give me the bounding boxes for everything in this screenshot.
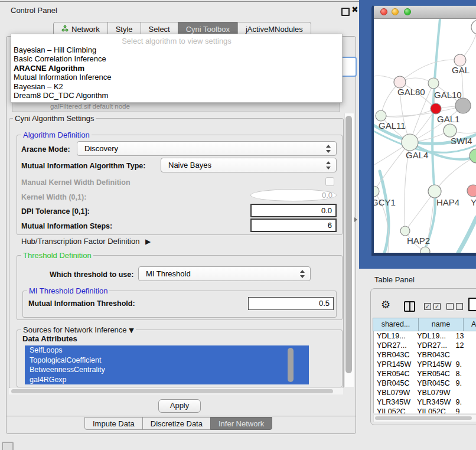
unchecked-box-icon	[456, 303, 463, 310]
table-cell: YDR27...	[413, 341, 453, 350]
settings-hscroll-track[interactable]	[9, 388, 343, 394]
table-row[interactable]: YER054CYER054C8.	[374, 369, 476, 379]
tabpane-divider	[6, 416, 356, 416]
network-node[interactable]	[420, 247, 430, 253]
minimize-light-icon[interactable]	[392, 8, 399, 15]
network-node-gcy1[interactable]	[374, 186, 379, 197]
column-header[interactable]: name	[418, 318, 464, 331]
network-node-gal[interactable]	[454, 54, 466, 66]
mi-steps-label: Mutual Information Steps:	[21, 222, 112, 230]
network-node-gal80[interactable]	[394, 76, 406, 88]
table-row[interactable]: YBL079WYBL079W	[374, 388, 476, 397]
network-window-titlebar[interactable]	[374, 6, 476, 19]
window-top-border	[0, 1, 359, 2]
table-cell: YPR145W	[374, 360, 413, 369]
gear-icon[interactable]: ⚙	[381, 298, 390, 311]
table-row[interactable]: YPR145WYPR145W9.	[374, 360, 476, 369]
tab-label: Cyni Toolbox	[186, 25, 230, 34]
attribute-list-item[interactable]: SelfLoops	[25, 345, 309, 356]
table-cell: YLR345W	[374, 397, 413, 407]
attribute-list-item[interactable]: TopologicalCoefficient	[25, 356, 309, 366]
sources-group-title[interactable]: Sources for Network Inference ▼	[21, 325, 136, 334]
manual-kernel-checkbox[interactable]	[325, 177, 334, 186]
table-row[interactable]: YBR043CYBR043C	[374, 350, 476, 360]
table-hscroll-thumb[interactable]	[375, 416, 472, 420]
hub-definition-toggle[interactable]: Hub/Transcription Factor Definition ▶	[21, 237, 151, 246]
network-node[interactable]	[470, 149, 476, 163]
mi-type-combo[interactable]: Naive Bayes	[161, 158, 337, 172]
network-node-gal1[interactable]	[431, 103, 441, 114]
table-cell: YDR27...	[374, 341, 413, 350]
network-node-hap2[interactable]	[400, 226, 410, 236]
table-cell: 9.	[454, 379, 476, 388]
settings-hscroll-thumb[interactable]	[11, 389, 333, 393]
zoom-light-icon[interactable]	[404, 8, 411, 15]
split-columns-icon[interactable]	[404, 301, 415, 312]
bottom-tab-impute-data[interactable]: Impute Data	[84, 417, 143, 430]
network-window: GALGAL80GAL10GAL1GAL11SWI4GAL4GCY1HAP4YH…	[371, 5, 476, 253]
which-threshold-combo[interactable]: MI Threshold	[138, 266, 311, 281]
bottom-tab-discretize-data[interactable]: Discretize Data	[142, 417, 211, 430]
bottom-tab-infer-network[interactable]: Infer Network	[210, 417, 272, 430]
table-cell: YIL052C	[374, 407, 413, 413]
aracne-mode-combo[interactable]: Discovery	[77, 141, 337, 156]
stepper-arrows-icon	[326, 145, 331, 153]
network-node-gal4[interactable]	[402, 134, 418, 151]
network-canvas[interactable]: GALGAL80GAL10GAL1GAL11SWI4GAL4GCY1HAP4YH…	[374, 19, 476, 253]
table-cell: YBR045C	[374, 379, 413, 388]
dropdown-item[interactable]: ARACNE Algorithm	[11, 64, 342, 73]
network-node-gal10[interactable]	[428, 78, 439, 89]
dropdown-item[interactable]: Basic Correlation Inference	[11, 54, 342, 63]
file-icon[interactable]	[468, 298, 476, 311]
network-node-hap4[interactable]	[428, 185, 441, 198]
table-row[interactable]: YDL19...YDL19...13	[374, 331, 476, 341]
network-icon	[61, 25, 69, 34]
settings-vscroll-thumb[interactable]	[345, 116, 352, 373]
table-cell: YDL19...	[413, 331, 453, 341]
column-header[interactable]: A	[463, 318, 476, 331]
network-node[interactable]	[471, 20, 476, 34]
mi-steps-field[interactable]: 6	[250, 219, 337, 232]
tab-label: Discretize Data	[151, 419, 203, 428]
float-window-icon[interactable]	[341, 8, 350, 16]
table-row[interactable]: YLR345WYLR345W9.	[374, 397, 476, 407]
mi-threshold-field[interactable]: 0.5	[248, 297, 334, 310]
table-row[interactable]: YIL052CYIL052C9	[374, 407, 476, 413]
table-cell: 9.	[454, 397, 476, 407]
table-panel-title: Table Panel	[374, 275, 415, 284]
kernel-width-label: Kernel Width (0,1):	[21, 193, 86, 201]
attribute-list-item[interactable]: BetweennessCentrality	[25, 365, 309, 375]
column-header[interactable]: shared...	[373, 318, 419, 331]
dropdown-item[interactable]: Bayesian – K2	[11, 82, 342, 91]
network-node-gal11[interactable]	[376, 110, 386, 121]
kernel-width-field[interactable]: 0.0	[250, 189, 337, 201]
apply-button[interactable]: Apply	[158, 399, 201, 413]
dock-grip-button[interactable]	[2, 442, 14, 450]
settings-group-title: Cyni Algorithm Settings	[13, 114, 96, 123]
network-node-swi4[interactable]	[444, 124, 457, 137]
deselect-all-icon[interactable]	[446, 303, 463, 310]
network-node[interactable]	[455, 98, 471, 113]
network-graph: GALGAL80GAL10GAL1GAL11SWI4GAL4GCY1HAP4YH…	[374, 19, 476, 253]
node-label: GAL80	[397, 87, 425, 97]
table-row[interactable]: YDR27...YDR27...12	[374, 341, 476, 350]
select-all-icon[interactable]: ✓ ✓	[424, 303, 441, 310]
dropdown-item[interactable]: Dream8 DC_TDC Algorithm	[11, 91, 342, 100]
dropdown-item[interactable]: Bayesian – Hill Climbing	[11, 45, 342, 54]
close-light-icon[interactable]	[380, 8, 387, 15]
close-icon[interactable]: ✖	[351, 5, 358, 14]
attribute-list-item[interactable]: gal4RGexp	[25, 375, 309, 385]
aracne-mode-value: Discovery	[84, 144, 118, 153]
node-label: GAL10	[434, 90, 462, 100]
network-node-y[interactable]	[467, 185, 476, 197]
attribute-list-scrollbar[interactable]	[288, 348, 294, 382]
tab-label: Style	[116, 25, 133, 34]
dpi-tolerance-field[interactable]: 0.0	[250, 204, 337, 217]
dropdown-item[interactable]: Mutual Information Inference	[11, 73, 342, 81]
mi-threshold-label: Mutual Information Threshold:	[28, 299, 135, 308]
table-cell: YER054C	[413, 369, 453, 379]
table-row[interactable]: YBR045CYBR045C9.	[374, 379, 476, 388]
table-cell: 8.	[454, 369, 476, 379]
splitter-arrow-icon[interactable]	[354, 217, 357, 222]
table-hscroll-track[interactable]	[373, 415, 476, 422]
